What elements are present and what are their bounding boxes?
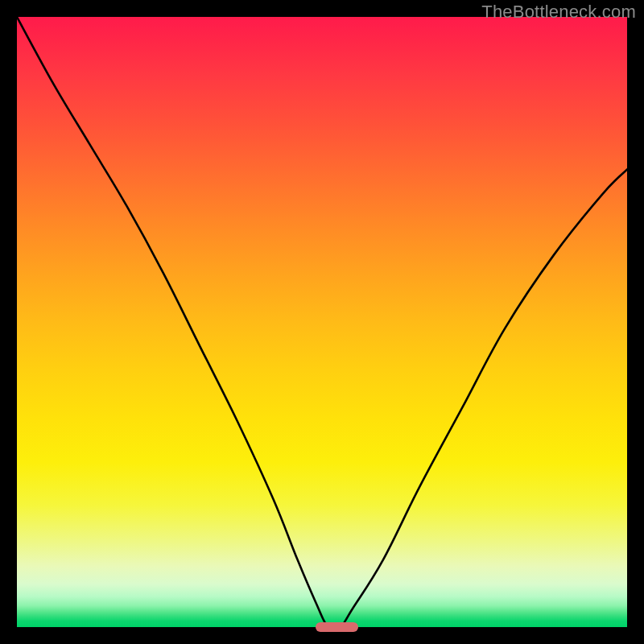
bottleneck-curve	[17, 17, 627, 627]
plot-area	[17, 17, 627, 627]
chart-frame: TheBottleneck.com	[0, 0, 644, 644]
watermark-text: TheBottleneck.com	[481, 2, 636, 23]
optimal-marker	[316, 622, 358, 632]
